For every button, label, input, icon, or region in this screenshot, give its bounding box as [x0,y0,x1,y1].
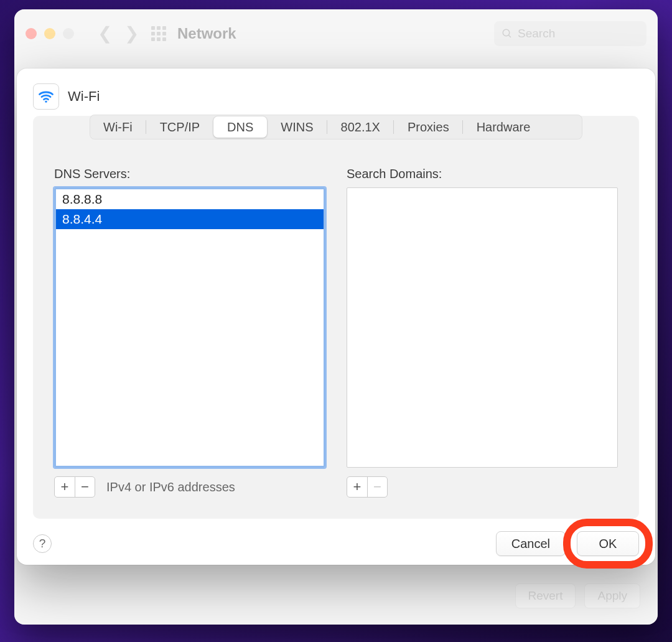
remove-dns-server-button[interactable]: − [75,477,95,497]
window-controls [26,28,74,39]
dns-servers-label: DNS Servers: [54,167,325,181]
sheet-header: Wi-Fi [33,83,639,110]
search-domains-label: Search Domains: [347,167,618,181]
tab-802-1x[interactable]: 802.1X [327,115,394,139]
remove-search-domain-button[interactable]: − [367,477,387,497]
svg-point-0 [503,29,510,36]
search-icon [502,28,513,39]
tab-dns[interactable]: DNS [213,116,267,138]
tab-wi-fi[interactable]: Wi-Fi [90,115,146,139]
search-domains-column: Search Domains: + − [347,167,618,498]
network-advanced-sheet: Wi-Fi Wi-FiTCP/IPDNSWINS802.1XProxiesHar… [17,68,655,565]
wifi-icon [33,83,59,110]
dns-servers-column: DNS Servers: 8.8.8.88.8.4.4 + − IPv4 or … [54,167,325,498]
svg-point-2 [45,101,47,103]
close-window-button[interactable] [26,28,37,39]
minimize-window-button[interactable] [44,28,55,39]
search-field[interactable]: Search [494,21,646,46]
add-search-domain-button[interactable]: + [347,477,367,497]
dns-servers-list[interactable]: 8.8.8.88.8.4.4 [54,187,325,468]
nav-forward-button[interactable]: ❯ [118,25,145,42]
dns-server-row[interactable]: 8.8.8.8 [56,189,324,209]
revert-button[interactable]: Revert [515,583,576,608]
window-title: Network [177,25,236,42]
sheet-title: Wi-Fi [68,88,100,105]
sheet-panel: Wi-FiTCP/IPDNSWINS802.1XProxiesHardware … [33,116,639,519]
svg-line-1 [508,35,511,37]
dns-servers-hint: IPv4 or IPv6 addresses [106,480,235,494]
dns-server-row[interactable]: 8.8.4.4 [56,209,324,229]
search-domains-add-remove: + − [347,476,388,498]
tab-bar: Wi-FiTCP/IPDNSWINS802.1XProxiesHardware [90,115,582,139]
apply-button[interactable]: Apply [584,583,640,608]
help-button[interactable]: ? [33,534,52,553]
tab-hardware[interactable]: Hardware [463,115,544,139]
ok-button[interactable]: OK [577,531,639,556]
dns-panel: DNS Servers: 8.8.8.88.8.4.4 + − IPv4 or … [33,141,639,498]
dns-servers-add-remove: + − [54,476,95,498]
search-placeholder: Search [518,27,555,40]
titlebar: ❮ ❯ Network Search [14,9,658,58]
tab-wins[interactable]: WINS [267,115,327,139]
sheet-footer: ? Cancel OK [33,519,639,556]
nav-back-button[interactable]: ❮ [91,25,118,42]
add-dns-server-button[interactable]: + [55,477,75,497]
tab-proxies[interactable]: Proxies [394,115,463,139]
tab-tcp-ip[interactable]: TCP/IP [146,115,213,139]
search-domains-list[interactable] [347,187,618,468]
zoom-window-button[interactable] [63,28,74,39]
show-all-icon[interactable] [151,26,166,41]
cancel-button[interactable]: Cancel [496,531,566,556]
window-bottom-bar: Revert Apply [515,583,641,608]
